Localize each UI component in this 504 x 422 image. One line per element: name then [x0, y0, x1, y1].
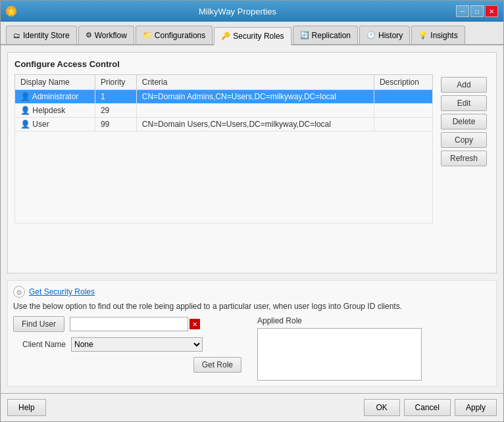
title-bar-left: 🌟 [6, 6, 19, 16]
table-row[interactable]: 👤 User 99 CN=Domain Users,CN=Users,DC=mi… [15, 118, 433, 131]
role-icon: 👤 [20, 92, 30, 101]
get-security-roles-link[interactable]: Get Security Roles [29, 287, 95, 296]
col-display-name: Display Name [15, 75, 95, 90]
apply-button[interactable]: Apply [455, 399, 497, 416]
tab-history-label: History [378, 31, 403, 40]
replication-icon: 🔄 [300, 31, 309, 39]
tab-insights[interactable]: 💡 Insights [411, 26, 465, 44]
tab-security-roles-label: Security Roles [233, 32, 284, 41]
security-roles-icon: 🔑 [221, 32, 230, 40]
bottom-right-buttons: OK Cancel Apply [364, 399, 497, 416]
find-user-button[interactable]: Find User [13, 316, 64, 332]
get-role-row: Get Role [13, 357, 247, 373]
tab-configurations[interactable]: 📁 Configurations [136, 26, 213, 44]
row-display-name: 👤 Helpdesk [15, 104, 95, 118]
edit-button[interactable]: Edit [441, 95, 487, 111]
get-security-roles-section: ⊙ Get Security Roles Use the below optio… [7, 280, 497, 387]
row-description [374, 90, 432, 104]
maximize-button[interactable]: □ [470, 5, 484, 17]
cancel-button[interactable]: Cancel [404, 399, 451, 416]
role-icon: 👤 [20, 120, 30, 129]
find-user-input[interactable] [70, 317, 188, 331]
bottom-bar: Help OK Cancel Apply [1, 393, 503, 421]
main-window: 🌟 MilkyWay Properties ─ □ ✕ 🗂 Identity S… [0, 0, 504, 422]
row-priority: 1 [95, 90, 136, 104]
help-button[interactable]: Help [7, 399, 46, 416]
row-criteria [136, 104, 374, 118]
close-button[interactable]: ✕ [485, 5, 498, 17]
tab-replication[interactable]: 🔄 Replication [293, 26, 358, 44]
collapsible-header: ⊙ Get Security Roles [13, 286, 491, 298]
client-name-select[interactable]: None [71, 337, 203, 352]
col-criteria: Criteria [136, 75, 374, 90]
client-name-label: Client Name [13, 340, 66, 349]
info-text: Use the below option to find out the rol… [13, 302, 491, 311]
main-content: Configure Access Control Display Name Pr… [1, 45, 503, 393]
col-priority: Priority [95, 75, 136, 90]
window-title: MilkyWay Properties [19, 7, 456, 16]
row-display-name: 👤 Administrator [15, 90, 95, 104]
refresh-button[interactable]: Refresh [441, 151, 487, 166]
delete-button[interactable]: Delete [441, 114, 487, 129]
empty-row [15, 131, 433, 223]
configure-access-control-section: Configure Access Control Display Name Pr… [7, 52, 497, 273]
find-user-row: Find User ✕ [13, 316, 247, 332]
roles-table: Display Name Priority Criteria Descripti… [14, 74, 433, 223]
row-criteria: CN=Domain Admins,CN=Users,DC=milkyway,DC… [136, 90, 374, 104]
form-group: Find User ✕ Client Name None Get Role [13, 316, 491, 381]
applied-role-box [257, 328, 422, 381]
table-and-buttons: Display Name Priority Criteria Descripti… [14, 74, 490, 223]
client-name-row: Client Name None [13, 337, 247, 352]
tab-insights-label: Insights [430, 31, 457, 40]
row-description [374, 104, 432, 118]
roles-table-wrapper: Display Name Priority Criteria Descripti… [14, 74, 433, 223]
tab-workflow-label: Workflow [95, 31, 127, 40]
configure-section-title: Configure Access Control [14, 59, 490, 69]
tab-configurations-label: Configurations [155, 31, 205, 40]
minimize-button[interactable]: ─ [456, 5, 469, 17]
collapse-icon[interactable]: ⊙ [13, 286, 25, 298]
row-description [374, 118, 432, 131]
tab-history[interactable]: 🕐 History [359, 26, 410, 44]
applied-role-label: Applied Role [257, 316, 491, 325]
table-row[interactable]: 👤 Helpdesk 29 [15, 104, 433, 118]
role-icon: 👤 [20, 106, 30, 115]
app-icon: 🌟 [6, 6, 16, 16]
right-form: Applied Role [257, 316, 491, 381]
clear-find-user-button[interactable]: ✕ [189, 319, 200, 329]
get-role-button[interactable]: Get Role [193, 357, 241, 373]
configurations-icon: 📁 [143, 31, 152, 39]
ok-button[interactable]: OK [364, 399, 400, 416]
find-user-input-wrapper: ✕ [70, 317, 201, 331]
copy-button[interactable]: Copy [441, 132, 487, 148]
row-priority: 99 [95, 118, 136, 131]
window-controls: ─ □ ✕ [456, 5, 498, 17]
table-row[interactable]: 👤 Administrator 1 CN=Domain Admins,CN=Us… [15, 90, 433, 104]
col-description: Description [374, 75, 432, 90]
workflow-icon: ⚙ [86, 31, 92, 39]
tab-workflow[interactable]: ⚙ Workflow [78, 26, 134, 44]
tab-security-roles[interactable]: 🔑 Security Roles [214, 27, 291, 45]
action-buttons-panel: Add Edit Delete Copy Refresh [438, 74, 490, 223]
tab-identity-store-label: Identity Store [23, 31, 70, 40]
row-criteria: CN=Domain Users,CN=Users,DC=milkyway,DC=… [136, 118, 374, 131]
title-bar: 🌟 MilkyWay Properties ─ □ ✕ [1, 1, 503, 22]
row-display-name: 👤 User [15, 118, 95, 131]
insights-icon: 💡 [418, 31, 428, 39]
history-icon: 🕐 [366, 31, 376, 39]
tab-replication-label: Replication [312, 31, 351, 40]
add-button[interactable]: Add [441, 77, 487, 93]
row-priority: 29 [95, 104, 136, 118]
identity-store-icon: 🗂 [13, 32, 20, 39]
tab-bar: 🗂 Identity Store ⚙ Workflow 📁 Configurat… [1, 22, 503, 45]
left-form: Find User ✕ Client Name None Get Role [13, 316, 247, 381]
tab-identity-store[interactable]: 🗂 Identity Store [6, 26, 77, 44]
